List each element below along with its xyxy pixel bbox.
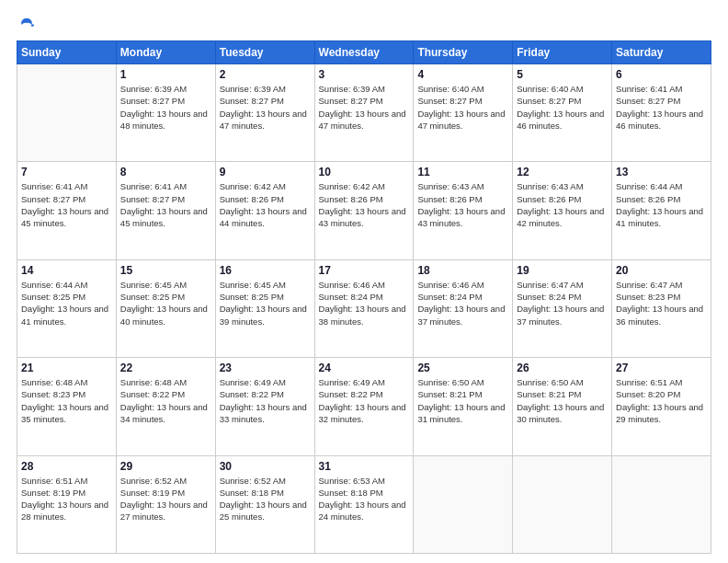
calendar-cell: 13Sunrise: 6:44 AM Sunset: 8:26 PM Dayli…	[612, 162, 711, 259]
day-number: 4	[417, 68, 508, 81]
day-number: 31	[319, 460, 410, 473]
calendar-cell: 4Sunrise: 6:40 AM Sunset: 8:27 PM Daylig…	[414, 64, 513, 162]
day-info: Sunrise: 6:50 AM Sunset: 8:21 PM Dayligh…	[517, 376, 608, 425]
weekday-header-thursday: Thursday	[414, 41, 513, 64]
week-row-2: 7Sunrise: 6:41 AM Sunset: 8:27 PM Daylig…	[17, 162, 711, 259]
day-info: Sunrise: 6:48 AM Sunset: 8:22 PM Dayligh…	[120, 376, 211, 425]
calendar-cell: 28Sunrise: 6:51 AM Sunset: 8:19 PM Dayli…	[17, 455, 117, 553]
calendar-cell: 15Sunrise: 6:45 AM Sunset: 8:25 PM Dayli…	[116, 259, 215, 357]
calendar-cell: 7Sunrise: 6:41 AM Sunset: 8:27 PM Daylig…	[17, 162, 117, 259]
day-number: 6	[616, 68, 707, 81]
day-number: 26	[517, 362, 608, 374]
day-info: Sunrise: 6:52 AM Sunset: 8:18 PM Dayligh…	[220, 475, 311, 523]
calendar-cell: 6Sunrise: 6:41 AM Sunset: 8:27 PM Daylig…	[612, 64, 711, 162]
day-number: 3	[319, 68, 410, 81]
calendar-cell	[612, 455, 711, 553]
day-info: Sunrise: 6:40 AM Sunset: 8:27 PM Dayligh…	[517, 83, 608, 132]
day-info: Sunrise: 6:47 AM Sunset: 8:24 PM Dayligh…	[517, 279, 608, 327]
day-number: 12	[517, 166, 608, 178]
calendar-cell: 18Sunrise: 6:46 AM Sunset: 8:24 PM Dayli…	[414, 259, 513, 357]
day-number: 1	[120, 68, 211, 81]
weekday-header-friday: Friday	[513, 41, 612, 64]
day-info: Sunrise: 6:39 AM Sunset: 8:27 PM Dayligh…	[220, 83, 311, 132]
calendar-cell: 27Sunrise: 6:51 AM Sunset: 8:20 PM Dayli…	[612, 358, 711, 455]
calendar-cell: 23Sunrise: 6:49 AM Sunset: 8:22 PM Dayli…	[215, 358, 314, 455]
calendar-cell: 17Sunrise: 6:46 AM Sunset: 8:24 PM Dayli…	[314, 259, 414, 357]
day-number: 30	[220, 460, 311, 473]
day-number: 15	[120, 264, 211, 277]
day-info: Sunrise: 6:49 AM Sunset: 8:22 PM Dayligh…	[220, 376, 311, 425]
day-info: Sunrise: 6:46 AM Sunset: 8:24 PM Dayligh…	[319, 279, 410, 327]
day-info: Sunrise: 6:43 AM Sunset: 8:26 PM Dayligh…	[417, 180, 508, 229]
page: SundayMondayTuesdayWednesdayThursdayFrid…	[0, 0, 728, 563]
day-info: Sunrise: 6:48 AM Sunset: 8:23 PM Dayligh…	[21, 376, 112, 425]
calendar-cell: 20Sunrise: 6:47 AM Sunset: 8:23 PM Dayli…	[612, 259, 711, 357]
day-info: Sunrise: 6:43 AM Sunset: 8:26 PM Dayligh…	[517, 180, 608, 229]
logo	[17, 17, 35, 33]
calendar-cell: 26Sunrise: 6:50 AM Sunset: 8:21 PM Dayli…	[513, 358, 612, 455]
weekday-header-row: SundayMondayTuesdayWednesdayThursdayFrid…	[17, 41, 711, 64]
day-info: Sunrise: 6:42 AM Sunset: 8:26 PM Dayligh…	[220, 180, 311, 229]
day-info: Sunrise: 6:45 AM Sunset: 8:25 PM Dayligh…	[120, 279, 211, 327]
day-info: Sunrise: 6:41 AM Sunset: 8:27 PM Dayligh…	[21, 180, 112, 229]
calendar-cell: 1Sunrise: 6:39 AM Sunset: 8:27 PM Daylig…	[116, 64, 215, 162]
week-row-3: 14Sunrise: 6:44 AM Sunset: 8:25 PM Dayli…	[17, 259, 711, 357]
week-row-1: 1Sunrise: 6:39 AM Sunset: 8:27 PM Daylig…	[17, 64, 711, 162]
calendar-cell: 14Sunrise: 6:44 AM Sunset: 8:25 PM Dayli…	[17, 259, 117, 357]
day-info: Sunrise: 6:51 AM Sunset: 8:19 PM Dayligh…	[21, 475, 112, 523]
day-number: 13	[616, 166, 707, 178]
calendar-cell: 21Sunrise: 6:48 AM Sunset: 8:23 PM Dayli…	[17, 358, 117, 455]
weekday-header-sunday: Sunday	[17, 41, 117, 64]
day-info: Sunrise: 6:49 AM Sunset: 8:22 PM Dayligh…	[319, 376, 410, 425]
calendar-cell: 31Sunrise: 6:53 AM Sunset: 8:18 PM Dayli…	[314, 455, 414, 553]
day-number: 21	[21, 362, 112, 374]
day-number: 2	[220, 68, 311, 81]
day-info: Sunrise: 6:40 AM Sunset: 8:27 PM Dayligh…	[417, 83, 508, 132]
calendar-cell: 11Sunrise: 6:43 AM Sunset: 8:26 PM Dayli…	[414, 162, 513, 259]
calendar-cell: 16Sunrise: 6:45 AM Sunset: 8:25 PM Dayli…	[215, 259, 314, 357]
calendar-cell: 22Sunrise: 6:48 AM Sunset: 8:22 PM Dayli…	[116, 358, 215, 455]
day-number: 29	[120, 460, 211, 473]
day-info: Sunrise: 6:52 AM Sunset: 8:19 PM Dayligh…	[120, 475, 211, 523]
day-number: 14	[21, 264, 112, 277]
weekday-header-wednesday: Wednesday	[314, 41, 414, 64]
day-number: 23	[220, 362, 311, 374]
day-info: Sunrise: 6:41 AM Sunset: 8:27 PM Dayligh…	[616, 83, 707, 132]
day-number: 17	[319, 264, 410, 277]
weekday-header-saturday: Saturday	[612, 41, 711, 64]
week-row-4: 21Sunrise: 6:48 AM Sunset: 8:23 PM Dayli…	[17, 358, 711, 455]
day-info: Sunrise: 6:50 AM Sunset: 8:21 PM Dayligh…	[417, 376, 508, 425]
day-info: Sunrise: 6:41 AM Sunset: 8:27 PM Dayligh…	[120, 180, 211, 229]
calendar-cell: 2Sunrise: 6:39 AM Sunset: 8:27 PM Daylig…	[215, 64, 314, 162]
weekday-header-monday: Monday	[116, 41, 215, 64]
calendar-cell: 30Sunrise: 6:52 AM Sunset: 8:18 PM Dayli…	[215, 455, 314, 553]
day-number: 20	[616, 264, 707, 277]
calendar-cell	[17, 64, 117, 162]
day-number: 11	[417, 166, 508, 178]
day-info: Sunrise: 6:39 AM Sunset: 8:27 PM Dayligh…	[319, 83, 410, 132]
day-number: 8	[120, 166, 211, 178]
day-info: Sunrise: 6:42 AM Sunset: 8:26 PM Dayligh…	[319, 180, 410, 229]
day-number: 25	[417, 362, 508, 374]
day-number: 28	[21, 460, 112, 473]
day-number: 24	[319, 362, 410, 374]
day-info: Sunrise: 6:44 AM Sunset: 8:25 PM Dayligh…	[21, 279, 112, 327]
calendar-cell: 5Sunrise: 6:40 AM Sunset: 8:27 PM Daylig…	[513, 64, 612, 162]
calendar-cell: 19Sunrise: 6:47 AM Sunset: 8:24 PM Dayli…	[513, 259, 612, 357]
day-info: Sunrise: 6:45 AM Sunset: 8:25 PM Dayligh…	[220, 279, 311, 327]
day-number: 19	[517, 264, 608, 277]
day-info: Sunrise: 6:47 AM Sunset: 8:23 PM Dayligh…	[616, 279, 707, 327]
calendar-cell: 12Sunrise: 6:43 AM Sunset: 8:26 PM Dayli…	[513, 162, 612, 259]
calendar-cell: 24Sunrise: 6:49 AM Sunset: 8:22 PM Dayli…	[314, 358, 414, 455]
day-number: 22	[120, 362, 211, 374]
calendar-cell: 10Sunrise: 6:42 AM Sunset: 8:26 PM Dayli…	[314, 162, 414, 259]
calendar-cell: 9Sunrise: 6:42 AM Sunset: 8:26 PM Daylig…	[215, 162, 314, 259]
day-number: 5	[517, 68, 608, 81]
day-info: Sunrise: 6:53 AM Sunset: 8:18 PM Dayligh…	[319, 475, 410, 523]
calendar-cell	[414, 455, 513, 553]
day-number: 7	[21, 166, 112, 178]
day-info: Sunrise: 6:51 AM Sunset: 8:20 PM Dayligh…	[616, 376, 707, 425]
calendar-cell: 8Sunrise: 6:41 AM Sunset: 8:27 PM Daylig…	[116, 162, 215, 259]
day-info: Sunrise: 6:39 AM Sunset: 8:27 PM Dayligh…	[120, 83, 211, 132]
day-number: 16	[220, 264, 311, 277]
